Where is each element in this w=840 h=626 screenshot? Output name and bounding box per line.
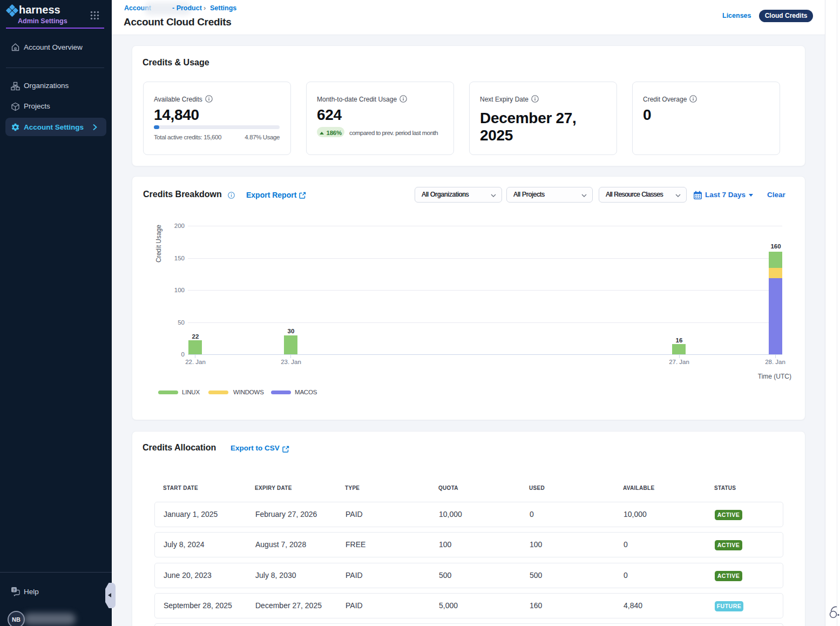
svg-text:?: ?	[13, 588, 16, 593]
